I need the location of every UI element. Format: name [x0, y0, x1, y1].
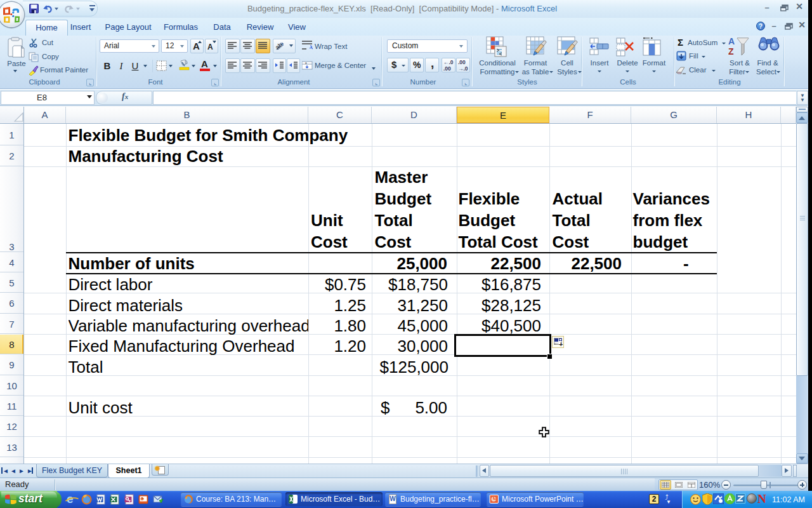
svg-text:A: A: [728, 36, 735, 46]
svg-text:W: W: [390, 495, 396, 502]
svg-text:ab: ab: [275, 41, 284, 51]
svg-text:Z: Z: [728, 46, 734, 57]
